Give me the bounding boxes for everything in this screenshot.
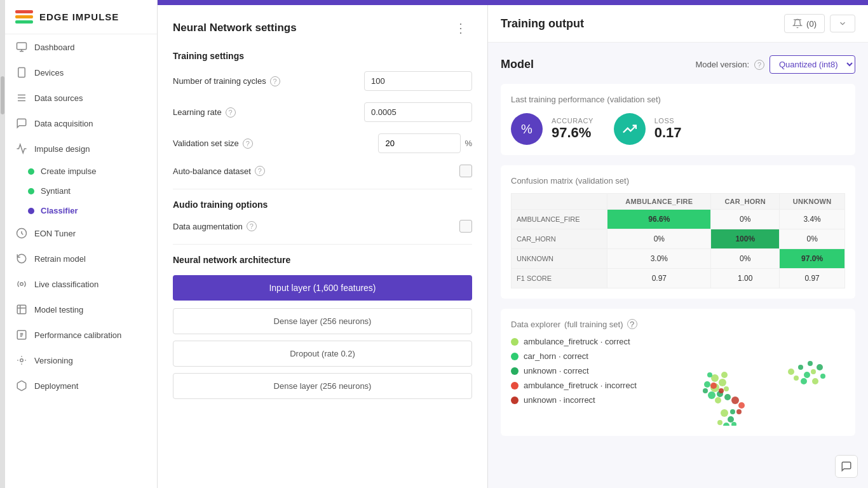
training-cycles-help-icon[interactable]: ? [270,76,280,86]
dense-layer-2[interactable]: Dense layer (256 neurons) [173,373,472,399]
output-body: Model Model version: ? Quantized (int8) … [488,43,868,449]
sidebar-item-eon-tuner[interactable]: EON Tuner [5,220,157,246]
confusion-title: Confusion matrix (validation set) [511,175,845,186]
panel-title: Neural Network settings [173,22,297,34]
svg-point-40 [736,409,742,414]
accuracy-value: 97.6% [552,125,593,141]
svg-point-24 [717,420,722,425]
perf-icon [15,329,28,341]
data-augmentation-help-icon[interactable]: ? [247,221,257,231]
cell-f1-car: 1.00 [711,269,780,288]
svg-point-38 [731,396,739,404]
svg-point-25 [730,409,735,414]
scroll-indicator[interactable] [0,0,5,488]
chevron-down-icon [838,19,847,28]
col-empty [512,194,607,210]
legend-label-2: car_horn · correct [524,351,588,361]
explorer-title: Data explorer (full training set) ? [511,319,845,329]
panel-menu-icon[interactable]: ⋮ [449,18,472,38]
sidebar-item-model-testing[interactable]: Model testing [5,297,157,322]
loss-label: LOSS [654,117,682,125]
legend-dot-1 [511,338,519,346]
sidebar-item-impulse-design[interactable]: Impulse design [5,136,157,161]
validation-suffix: % [465,139,472,148]
sidebar-item-live-classification[interactable]: Live classification [5,271,157,297]
data-sources-icon [15,92,28,104]
explorer-help-icon[interactable]: ? [627,319,637,329]
sidebar-item-retrain-model[interactable]: Retrain model [5,246,157,271]
learning-rate-input[interactable] [364,102,472,122]
training-cycles-input[interactable] [364,71,472,91]
svg-point-11 [724,386,729,391]
chat-icon[interactable] [835,455,858,478]
model-title: Model [501,58,534,71]
sidebar-item-data-sources[interactable]: Data sources [5,85,157,111]
dashboard-label: Dashboard [34,43,75,52]
learning-rate-help-icon[interactable]: ? [226,107,236,118]
svg-point-8 [719,379,726,386]
svg-point-20 [719,388,724,393]
input-layer: Input layer (1,600 features) [173,275,472,301]
table-row: UNKNOWN 3.0% 0% 97.0% [512,249,845,269]
content-area: Neural Network settings ⋮ Training setti… [158,5,868,488]
auto-balance-label: Auto-balance dataset ? [173,166,265,176]
sidebar-item-data-acquisition[interactable]: Data acquisition [5,111,157,136]
sidebar: EDGE IMPULSE Dashboard Devices Data sour… [5,0,158,488]
legend-label-3: unknown · correct [524,366,589,376]
data-explorer-section: Data explorer (full training set) ? ambu… [501,309,855,436]
output-panel: Training output (0) [488,5,868,488]
sidebar-item-versioning[interactable]: Versioning [5,348,157,373]
validation-size-help-icon[interactable]: ? [243,139,253,149]
dropout-layer[interactable]: Dropout (rate 0.2) [173,341,472,367]
svg-point-32 [808,361,813,366]
dense-layer-1[interactable]: Dense layer (256 neurons) [173,308,472,334]
app-name: EDGE IMPULSE [39,11,119,22]
classifier-dot [28,208,34,214]
data-viz-area [648,337,845,426]
sidebar-item-classifier[interactable]: Classifier [5,201,157,220]
cell-f1-ambulance: 0.97 [607,269,711,288]
svg-point-21 [721,409,728,417]
syntiant-dot [28,188,34,194]
sidebar-item-deployment[interactable]: Deployment [5,373,157,398]
sidebar-item-create-impulse[interactable]: Create impulse [5,161,157,181]
model-version-help-icon[interactable]: ? [754,60,764,70]
svg-point-3 [20,283,24,286]
validation-size-input-group: % [378,133,472,153]
retrain-icon [15,252,28,265]
model-version-group: Model version: ? Quantized (int8) Float3… [695,55,855,74]
validation-size-input[interactable] [378,133,461,153]
data-viz-svg [648,337,845,426]
versioning-label: Versioning [34,356,73,365]
auto-balance-checkbox[interactable] [459,165,472,177]
bell-button[interactable]: (0) [784,14,825,33]
accuracy-details: ACCURACY 97.6% [552,117,593,141]
sidebar-item-dashboard[interactable]: Dashboard [5,34,157,60]
svg-point-10 [708,391,715,399]
versioning-icon [15,354,28,367]
explorer-body: ambulance_firetruck · correct car_horn ·… [511,337,845,426]
legend-dot-4 [511,382,519,390]
sidebar-item-devices[interactable]: Devices [5,60,157,85]
performance-section: Last training performance (validation se… [501,84,855,155]
performance-calibration-label: Performance calibration [34,330,121,340]
table-row: F1 SCORE 0.97 1.00 0.97 [512,269,845,288]
impulse-design-label: Impulse design [34,144,90,154]
training-cycles-row: Number of training cycles ? [173,71,472,91]
learning-rate-row: Learning rate ? [173,102,472,122]
training-settings-title: Training settings [173,51,472,61]
model-testing-icon [15,303,28,316]
auto-balance-help-icon[interactable]: ? [255,166,265,176]
data-augmentation-checkbox[interactable] [459,220,472,233]
cell-unknown-car: 0% [711,249,780,269]
accuracy-metric: % ACCURACY 97.6% [511,113,593,145]
dropdown-button[interactable] [830,15,855,32]
impulse-design-icon [15,142,28,155]
retrain-model-label: Retrain model [34,254,86,264]
sidebar-item-syntiant[interactable]: Syntiant [5,181,157,201]
model-version-select[interactable]: Quantized (int8) Float32 [770,55,855,74]
accuracy-label: ACCURACY [552,117,593,125]
sidebar-item-performance-calibration[interactable]: Performance calibration [5,322,157,348]
svg-point-28 [788,369,794,375]
cell-f1-unknown: 0.97 [780,269,845,288]
